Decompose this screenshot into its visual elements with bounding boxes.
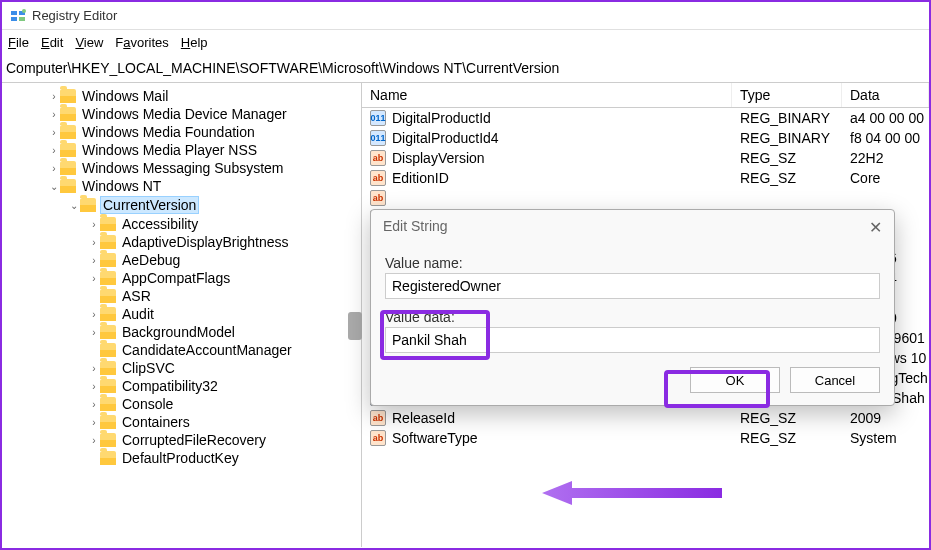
chevron-icon[interactable]: › [88,381,100,392]
titlebar: Registry Editor [2,2,929,30]
tree-item[interactable]: ›BackgroundModel [2,323,361,341]
value-row[interactable]: 011DigitalProductId4REG_BINARYf8 04 00 0… [362,128,929,148]
value-row[interactable]: abDisplayVersionREG_SZ22H2 [362,148,929,168]
tree-item[interactable]: ›Compatibility32 [2,377,361,395]
value-data-input[interactable] [385,327,880,353]
chevron-icon[interactable]: › [88,219,100,230]
tree-item[interactable]: ›Containers [2,413,361,431]
tree-item[interactable]: ›CorruptedFileRecovery [2,431,361,449]
chevron-icon[interactable]: › [88,273,100,284]
folder-icon [100,361,116,375]
value-row[interactable]: abReleaseIdREG_SZ2009 [362,408,929,428]
tree-item-label: AeDebug [120,252,182,268]
value-name-label: Value name: [385,255,880,271]
chevron-icon[interactable]: › [88,255,100,266]
menu-edit[interactable]: Edit [41,35,63,50]
dialog-title: Edit String [383,218,448,237]
string-value-icon: ab [370,190,386,206]
chevron-icon[interactable]: › [88,309,100,320]
tree-item[interactable]: CandidateAccountManager [2,341,361,359]
cancel-button[interactable]: Cancel [790,367,880,393]
chevron-icon[interactable]: › [48,109,60,120]
chevron-icon[interactable]: ⌄ [68,200,80,211]
tree-item-label: AdaptiveDisplayBrightness [120,234,291,250]
value-data: Core [842,170,929,186]
col-data[interactable]: Data [842,83,929,107]
tree-item-label: BackgroundModel [120,324,237,340]
folder-icon [60,89,76,103]
chevron-icon[interactable]: › [88,435,100,446]
value-data: System [842,430,929,446]
tree-item[interactable]: ›Console [2,395,361,413]
value-data: f8 04 00 00 [842,130,929,146]
tree-item[interactable]: ›Windows Media Device Manager [2,105,361,123]
tree-item[interactable]: ›Windows Messaging Subsystem [2,159,361,177]
menu-help[interactable]: Help [181,35,208,50]
value-type: REG_BINARY [732,110,842,126]
folder-icon [60,143,76,157]
chevron-icon[interactable]: › [88,327,100,338]
value-row[interactable]: ab [362,188,929,208]
chevron-icon[interactable]: › [48,145,60,156]
menu-favorites[interactable]: Favorites [115,35,168,50]
address-bar[interactable]: Computer\HKEY_LOCAL_MACHINE\SOFTWARE\Mic… [2,54,929,83]
tree-item[interactable]: ›AeDebug [2,251,361,269]
tree-item-label: CurrentVersion [100,196,199,214]
folder-icon [100,415,116,429]
ok-button[interactable]: OK [690,367,780,393]
tree-item[interactable]: ›AppCompatFlags [2,269,361,287]
value-name-input[interactable] [385,273,880,299]
string-value-icon: ab [370,430,386,446]
tree-item[interactable]: ›ClipSVC [2,359,361,377]
folder-icon [100,217,116,231]
svg-rect-0 [11,11,17,15]
tree-item[interactable]: ASR [2,287,361,305]
tree-item[interactable]: ›Accessibility [2,215,361,233]
value-name: ReleaseId [390,410,732,426]
tree-item-label: AppCompatFlags [120,270,232,286]
chevron-icon[interactable]: › [88,399,100,410]
folder-icon [100,343,116,357]
tree-item[interactable]: ›Windows Media Player NSS [2,141,361,159]
tree-item[interactable]: ›Windows Media Foundation [2,123,361,141]
tree-item[interactable]: ›AdaptiveDisplayBrightness [2,233,361,251]
tree-item[interactable]: DefaultProductKey [2,449,361,467]
tree-item[interactable]: ›Windows Mail [2,87,361,105]
tree-item[interactable]: ›Audit [2,305,361,323]
string-value-icon: ab [370,410,386,426]
tree-item-label: Windows Media Player NSS [80,142,259,158]
folder-icon [100,253,116,267]
menu-file[interactable]: File [8,35,29,50]
menubar: File Edit View Favorites Help [2,30,929,54]
tree-scrollbar-thumb[interactable] [348,312,362,340]
folder-icon [100,289,116,303]
tree-item-label: CorruptedFileRecovery [120,432,268,448]
folder-icon [60,107,76,121]
col-name[interactable]: Name [362,83,732,107]
tree-item[interactable]: ⌄Windows NT [2,177,361,195]
value-type: REG_SZ [732,410,842,426]
value-row[interactable]: 011DigitalProductIdREG_BINARYa4 00 00 00 [362,108,929,128]
chevron-icon[interactable]: ⌄ [48,181,60,192]
chevron-icon[interactable]: › [48,127,60,138]
value-name: SoftwareType [390,430,732,446]
tree-item-label: Windows NT [80,178,163,194]
tree-item-label: Console [120,396,175,412]
chevron-icon[interactable]: › [88,417,100,428]
menu-view[interactable]: View [75,35,103,50]
tree-item[interactable]: ⌄CurrentVersion [2,195,361,215]
chevron-icon[interactable]: › [48,91,60,102]
tree-item-label: Containers [120,414,192,430]
value-type: REG_SZ [732,430,842,446]
chevron-icon[interactable]: › [88,363,100,374]
value-name: EditionID [390,170,732,186]
chevron-icon[interactable]: › [48,163,60,174]
tree-item-label: Compatibility32 [120,378,220,394]
tree-panel[interactable]: ›Windows Mail›Windows Media Device Manag… [2,83,362,547]
value-row[interactable]: abSoftwareTypeREG_SZSystem [362,428,929,448]
chevron-icon[interactable]: › [88,237,100,248]
close-icon[interactable]: ✕ [869,218,882,237]
value-row[interactable]: abEditionIDREG_SZCore [362,168,929,188]
col-type[interactable]: Type [732,83,842,107]
string-value-icon: ab [370,170,386,186]
